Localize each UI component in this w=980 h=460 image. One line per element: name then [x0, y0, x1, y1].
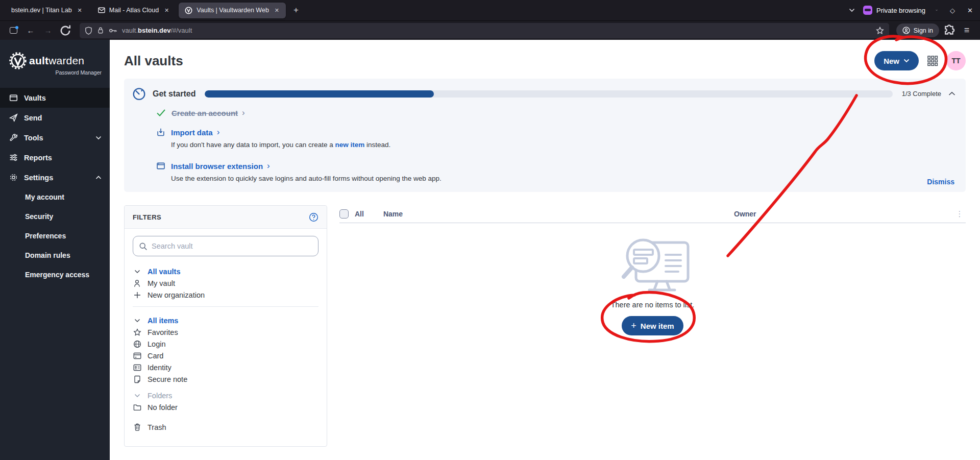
- install-extension-desc: Use the extension to quickly save logins…: [171, 175, 955, 182]
- firefox-view-icon[interactable]: [6, 24, 20, 37]
- step-install-extension[interactable]: Install browser extension ›: [171, 161, 270, 171]
- filter-no-folder[interactable]: No folder: [133, 401, 318, 413]
- url-text: vault.bstein.dev/#/vault: [122, 27, 192, 34]
- search-box[interactable]: [133, 236, 318, 256]
- sidebar-item-preferences[interactable]: Preferences: [0, 226, 110, 246]
- mail-icon: [98, 7, 105, 13]
- angle-icon: ›: [217, 127, 220, 137]
- key-icon[interactable]: [109, 28, 117, 34]
- filter-folders[interactable]: Folders: [133, 390, 318, 401]
- browser-extension-icon: [156, 161, 165, 171]
- extensions-icon[interactable]: [942, 24, 957, 37]
- new-item-link[interactable]: new item: [335, 141, 365, 149]
- import-data-desc: If you don't have any data to import, yo…: [171, 141, 955, 149]
- dismiss-link[interactable]: Dismiss: [927, 178, 954, 186]
- browser-nav-bar: ← → vault.bstein.dev/#/vault Sign in: [0, 20, 980, 40]
- window-minimize-icon[interactable]: [934, 8, 940, 12]
- chevron-down-icon: [134, 319, 140, 323]
- tab-close-icon[interactable]: ✕: [76, 6, 84, 15]
- vaultwarden-favicon: [185, 7, 192, 14]
- import-icon: [156, 128, 165, 137]
- column-name: Name: [383, 210, 734, 218]
- tab-close-icon[interactable]: ✕: [163, 6, 170, 15]
- step-import-data[interactable]: Import data ›: [171, 127, 219, 137]
- filter-login[interactable]: Login: [133, 338, 318, 350]
- filter-card[interactable]: Card: [133, 350, 318, 361]
- sidebar-item-settings[interactable]: Settings: [0, 167, 110, 187]
- empty-message: There are no items to list.: [339, 301, 966, 309]
- filter-all-vaults[interactable]: All vaults: [133, 265, 318, 277]
- tab-close-icon[interactable]: ✕: [273, 6, 281, 15]
- vault-icon: [9, 93, 18, 102]
- filter-identity[interactable]: Identity: [133, 361, 318, 373]
- sidebar-item-security[interactable]: Security: [0, 207, 110, 226]
- filter-favorites[interactable]: Favorites: [133, 326, 318, 338]
- tools-icon: [9, 133, 18, 142]
- product-switcher-icon[interactable]: [927, 55, 938, 66]
- gauge-icon: [132, 87, 146, 101]
- plus-icon: +: [631, 321, 636, 331]
- new-tab-button[interactable]: +: [289, 4, 303, 16]
- chevron-up-icon: [95, 176, 102, 180]
- search-icon: [139, 242, 148, 251]
- send-icon: [9, 113, 18, 122]
- sidebar-item-my-account[interactable]: My account: [0, 187, 110, 207]
- new-button[interactable]: New: [874, 51, 919, 70]
- sidebar-item-label: Reports: [24, 154, 52, 162]
- gear-icon: [9, 173, 18, 182]
- filter-all-items[interactable]: All items: [133, 314, 318, 326]
- tracking-shield-icon[interactable]: [85, 27, 92, 35]
- plus-icon: [134, 292, 141, 299]
- url-bar[interactable]: vault.bstein.dev/#/vault: [80, 23, 889, 38]
- step-create-account[interactable]: Create an account ›: [172, 108, 245, 118]
- avatar[interactable]: TT: [946, 51, 966, 70]
- card-icon: [133, 352, 141, 359]
- get-started-banner: Get started 1/3 Complete Create an accou…: [124, 79, 966, 192]
- trash-icon: [134, 423, 141, 431]
- table-options-icon[interactable]: ⋮: [953, 209, 966, 219]
- select-all-label: All: [355, 210, 364, 218]
- chevron-down-icon: [95, 136, 102, 140]
- tab-title: bstein.dev | Titan Lab: [11, 7, 72, 14]
- sidebar-item-send[interactable]: Send: [0, 108, 110, 128]
- new-item-button[interactable]: + New item: [622, 316, 683, 335]
- private-browsing-badge: Private browsing: [863, 6, 925, 15]
- sidebar-item-domain-rules[interactable]: Domain rules: [0, 246, 110, 265]
- sidebar-item-vaults[interactable]: Vaults: [0, 88, 110, 108]
- sidebar-item-emergency-access[interactable]: Emergency access: [0, 265, 110, 284]
- tab-overflow-icon[interactable]: [849, 8, 855, 12]
- filter-trash[interactable]: Trash: [133, 421, 318, 433]
- account-icon: [902, 27, 910, 34]
- star-icon: [133, 328, 141, 336]
- vaultwarden-gear-icon: [8, 51, 28, 70]
- tab-vaultwarden[interactable]: Vaults | Vaultwarden Web ✕: [179, 3, 286, 18]
- filter-secure-note[interactable]: Secure note: [133, 373, 318, 385]
- signin-label: Sign in: [914, 27, 933, 34]
- sidebar-item-reports[interactable]: Reports: [0, 148, 110, 167]
- lock-icon[interactable]: [97, 27, 104, 34]
- browser-tab-bar: bstein.dev | Titan Lab ✕ Mail - Atlas Cl…: [0, 0, 980, 20]
- column-owner: Owner: [734, 210, 953, 218]
- back-icon[interactable]: ←: [23, 24, 38, 37]
- forward-icon[interactable]: →: [41, 24, 55, 37]
- reports-icon: [9, 153, 18, 162]
- signin-button[interactable]: Sign in: [896, 23, 939, 37]
- window-maximize-icon[interactable]: ◇: [948, 7, 957, 14]
- search-input[interactable]: [152, 242, 312, 250]
- sidebar-item-tools[interactable]: Tools: [0, 128, 110, 148]
- sidebar: aultwarden Password Manager Vaults Send: [0, 40, 110, 460]
- sidebar-item-label: Settings: [24, 174, 53, 182]
- filter-new-organization[interactable]: New organization: [133, 289, 318, 301]
- filter-my-vault[interactable]: My vault: [133, 277, 318, 289]
- tab-mail[interactable]: Mail - Atlas Cloud ✕: [92, 3, 176, 18]
- reload-icon[interactable]: [58, 24, 72, 37]
- menu-icon[interactable]: ≡: [960, 24, 974, 37]
- window-close-icon[interactable]: ✕: [965, 7, 975, 14]
- tab-titan-lab[interactable]: bstein.dev | Titan Lab ✕: [5, 3, 89, 18]
- select-all-checkbox[interactable]: [339, 209, 349, 219]
- vaultwarden-logo: aultwarden Password Manager: [0, 40, 110, 81]
- vaultwarden-app: aultwarden Password Manager Vaults Send: [0, 40, 980, 460]
- bookmark-star-icon[interactable]: [876, 27, 884, 35]
- help-icon[interactable]: [309, 212, 318, 222]
- collapse-chevron-icon[interactable]: [948, 91, 955, 96]
